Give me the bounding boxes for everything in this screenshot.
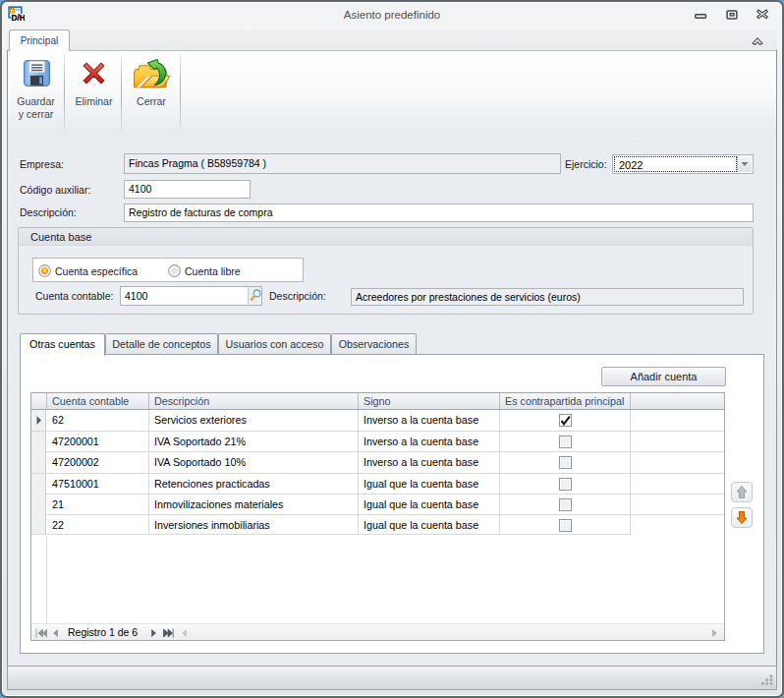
svg-text:D/H: D/H (12, 14, 25, 23)
